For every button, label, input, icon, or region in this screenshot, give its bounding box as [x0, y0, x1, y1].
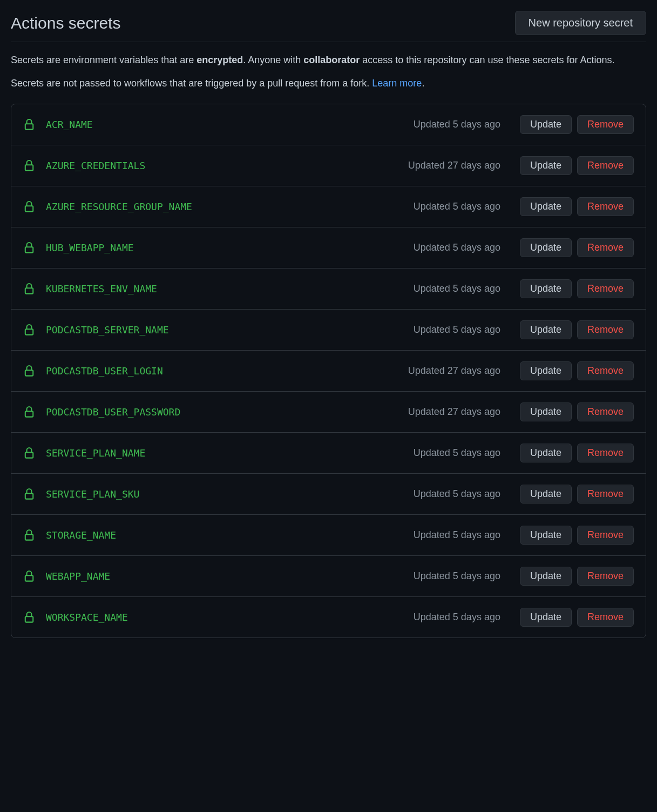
- secret-name[interactable]: ACR_NAME: [46, 117, 403, 132]
- lock-icon: [23, 283, 35, 295]
- secret-row: SERVICE_PLAN_SKUUpdated 5 days agoUpdate…: [11, 474, 646, 515]
- lock-icon: [23, 612, 35, 623]
- secret-updated: Updated 27 days ago: [408, 405, 500, 419]
- update-button[interactable]: Update: [520, 115, 572, 134]
- secret-name[interactable]: SERVICE_PLAN_SKU: [46, 487, 403, 501]
- remove-button[interactable]: Remove: [577, 238, 634, 257]
- desc-text: .: [422, 78, 424, 89]
- secret-name[interactable]: WORKSPACE_NAME: [46, 610, 403, 625]
- remove-button[interactable]: Remove: [577, 115, 634, 134]
- secret-name[interactable]: SERVICE_PLAN_NAME: [46, 446, 403, 460]
- update-button[interactable]: Update: [520, 402, 572, 421]
- secret-actions: UpdateRemove: [520, 402, 634, 421]
- lock-icon: [23, 242, 35, 254]
- lock-icon: [23, 447, 35, 459]
- secret-row: PODCASTDB_USER_PASSWORDUpdated 27 days a…: [11, 392, 646, 433]
- secret-name[interactable]: STORAGE_NAME: [46, 528, 403, 542]
- secret-updated: Updated 5 days ago: [414, 117, 500, 132]
- lock-icon: [23, 571, 35, 582]
- update-button[interactable]: Update: [520, 485, 572, 504]
- update-button[interactable]: Update: [520, 567, 572, 586]
- update-button[interactable]: Update: [520, 526, 572, 545]
- remove-button[interactable]: Remove: [577, 402, 634, 421]
- secret-row: HUB_WEBAPP_NAMEUpdated 5 days agoUpdateR…: [11, 227, 646, 269]
- desc-strong-encrypted: encrypted: [197, 55, 243, 65]
- remove-button[interactable]: Remove: [577, 444, 634, 462]
- remove-button[interactable]: Remove: [577, 279, 634, 298]
- secret-actions: UpdateRemove: [520, 567, 634, 586]
- secret-name[interactable]: AZURE_RESOURCE_GROUP_NAME: [46, 199, 403, 214]
- update-button[interactable]: Update: [520, 238, 572, 257]
- lock-icon: [23, 160, 35, 172]
- secret-updated: Updated 5 days ago: [414, 199, 500, 214]
- secret-actions: UpdateRemove: [520, 361, 634, 380]
- secret-updated: Updated 27 days ago: [408, 158, 500, 173]
- update-button[interactable]: Update: [520, 156, 572, 175]
- update-button[interactable]: Update: [520, 197, 572, 216]
- lock-icon: [23, 406, 35, 418]
- secret-name[interactable]: PODCASTDB_SERVER_NAME: [46, 323, 403, 337]
- secret-actions: UpdateRemove: [520, 485, 634, 504]
- secret-actions: UpdateRemove: [520, 156, 634, 175]
- secret-row: PODCASTDB_USER_LOGINUpdated 27 days agoU…: [11, 351, 646, 392]
- secret-name[interactable]: HUB_WEBAPP_NAME: [46, 240, 403, 255]
- secret-row: STORAGE_NAMEUpdated 5 days agoUpdateRemo…: [11, 515, 646, 556]
- page-header: Actions secrets New repository secret: [11, 11, 646, 42]
- secret-name[interactable]: PODCASTDB_USER_PASSWORD: [46, 405, 397, 419]
- secret-row: PODCASTDB_SERVER_NAMEUpdated 5 days agoU…: [11, 310, 646, 351]
- secret-updated: Updated 5 days ago: [414, 240, 500, 255]
- secret-row: ACR_NAMEUpdated 5 days agoUpdateRemove: [11, 104, 646, 145]
- secret-name[interactable]: KUBERNETES_ENV_NAME: [46, 281, 403, 296]
- remove-button[interactable]: Remove: [577, 567, 634, 586]
- secret-row: SERVICE_PLAN_NAMEUpdated 5 days agoUpdat…: [11, 433, 646, 474]
- secret-updated: Updated 5 days ago: [414, 569, 500, 583]
- learn-more-link[interactable]: Learn more: [372, 78, 422, 89]
- update-button[interactable]: Update: [520, 279, 572, 298]
- remove-button[interactable]: Remove: [577, 526, 634, 545]
- lock-icon: [23, 365, 35, 377]
- desc-text: . Anyone with: [243, 55, 303, 65]
- lock-icon: [23, 119, 35, 131]
- secret-row: AZURE_RESOURCE_GROUP_NAMEUpdated 5 days …: [11, 186, 646, 227]
- secret-updated: Updated 27 days ago: [408, 364, 500, 378]
- description-line-2: Secrets are not passed to workflows that…: [11, 76, 646, 91]
- secret-actions: UpdateRemove: [520, 526, 634, 545]
- secret-updated: Updated 5 days ago: [414, 281, 500, 296]
- desc-text: Secrets are environment variables that a…: [11, 55, 197, 65]
- secrets-list: ACR_NAMEUpdated 5 days agoUpdateRemoveAZ…: [11, 104, 646, 638]
- secret-row: WEBAPP_NAMEUpdated 5 days agoUpdateRemov…: [11, 556, 646, 597]
- remove-button[interactable]: Remove: [577, 320, 634, 339]
- secret-updated: Updated 5 days ago: [414, 610, 500, 625]
- remove-button[interactable]: Remove: [577, 485, 634, 504]
- secret-name[interactable]: PODCASTDB_USER_LOGIN: [46, 364, 397, 378]
- secret-updated: Updated 5 days ago: [414, 487, 500, 501]
- new-repository-secret-button[interactable]: New repository secret: [515, 11, 646, 35]
- update-button[interactable]: Update: [520, 361, 572, 380]
- secret-actions: UpdateRemove: [520, 608, 634, 627]
- secret-updated: Updated 5 days ago: [414, 528, 500, 542]
- secret-actions: UpdateRemove: [520, 197, 634, 216]
- update-button[interactable]: Update: [520, 444, 572, 462]
- update-button[interactable]: Update: [520, 608, 572, 627]
- secret-updated: Updated 5 days ago: [414, 323, 500, 337]
- desc-strong-collaborator: collaborator: [303, 55, 360, 65]
- update-button[interactable]: Update: [520, 320, 572, 339]
- secret-name[interactable]: WEBAPP_NAME: [46, 569, 403, 583]
- secret-updated: Updated 5 days ago: [414, 446, 500, 460]
- secret-actions: UpdateRemove: [520, 279, 634, 298]
- lock-icon: [23, 488, 35, 500]
- page-title: Actions secrets: [11, 11, 120, 35]
- secret-row: KUBERNETES_ENV_NAMEUpdated 5 days agoUpd…: [11, 269, 646, 310]
- secret-actions: UpdateRemove: [520, 238, 634, 257]
- remove-button[interactable]: Remove: [577, 361, 634, 380]
- secret-row: WORKSPACE_NAMEUpdated 5 days agoUpdateRe…: [11, 597, 646, 637]
- remove-button[interactable]: Remove: [577, 197, 634, 216]
- secret-name[interactable]: AZURE_CREDENTIALS: [46, 158, 397, 173]
- desc-text: Secrets are not passed to workflows that…: [11, 78, 372, 89]
- remove-button[interactable]: Remove: [577, 156, 634, 175]
- remove-button[interactable]: Remove: [577, 608, 634, 627]
- lock-icon: [23, 529, 35, 541]
- desc-text: access to this repository can use these …: [360, 55, 614, 65]
- secret-row: AZURE_CREDENTIALSUpdated 27 days agoUpda…: [11, 145, 646, 186]
- lock-icon: [23, 324, 35, 336]
